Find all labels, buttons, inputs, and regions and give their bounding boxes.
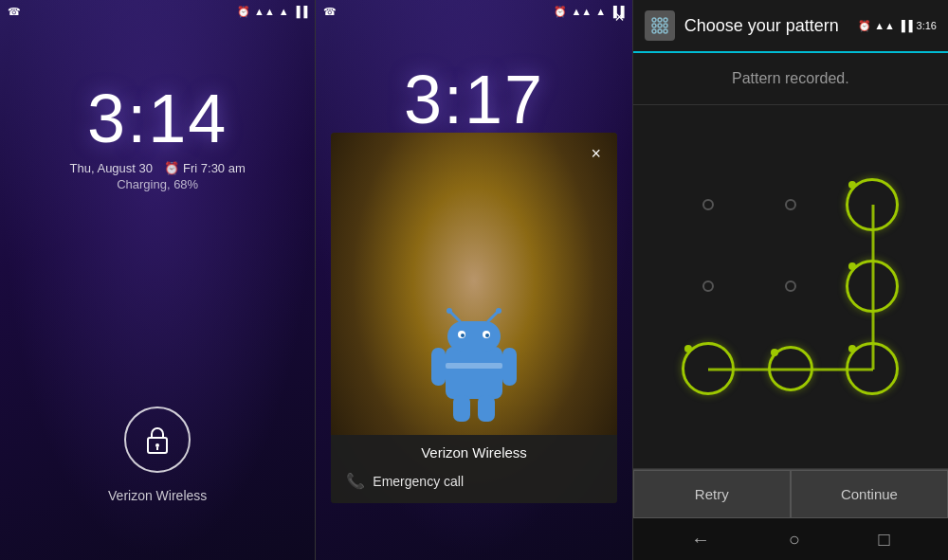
dot-1-1[interactable] [749,245,831,328]
alarm-info-1: ⏰ Fri 7:30 am [164,161,246,175]
pattern-title: Choose your pattern [684,16,848,36]
status-icons-3: ⏰ ▲▲ ▐▐ [858,20,912,32]
dot-active-2-2 [846,342,899,395]
panel-pattern: Choose your pattern ⏰ ▲▲ ▐▐ 3:16 Pattern… [633,0,948,560]
notification-area: Verizon Wireless 📞 Emergency call [331,435,616,503]
time-3: 3:16 [917,20,937,31]
wifi-icon-2: ▲ [595,6,606,17]
dot-inner-0-1 [785,199,796,210]
svg-point-25 [658,29,662,33]
svg-rect-15 [453,395,470,422]
home-button[interactable]: ○ [789,529,800,551]
lock-circle[interactable] [124,406,191,473]
retry-button[interactable]: Retry [633,470,791,518]
svg-point-20 [664,18,667,22]
photo-overlay: × Verizon Wireless 📞 Emergency call [331,133,616,503]
pattern-status-text: Pattern recorded. [633,53,948,104]
carrier-label-2: Verizon Wireless [346,444,601,461]
dot-2-0[interactable] [667,328,750,410]
time-display-1: 3:14 Thu, August 30 ⏰ Fri 7:30 am Chargi… [70,80,246,191]
date-row-1: Thu, August 30 ⏰ Fri 7:30 am [70,161,246,175]
pattern-lock-icon [650,16,669,35]
dot-active-0-2 [846,178,899,231]
svg-point-22 [658,24,662,27]
dot-1-2[interactable] [831,245,914,328]
pattern-header: Choose your pattern ⏰ ▲▲ ▐▐ 3:16 [633,0,948,53]
svg-point-8 [485,334,489,337]
dot-0-1[interactable] [749,164,831,246]
date-text-1: Thu, August 30 [70,161,153,175]
pattern-button-row: Retry Continue [633,469,948,518]
carrier-label-1: Verizon Wireless [108,488,207,503]
wifi-icon-1: ▲ [279,6,289,17]
alarm-time-1: Fri 7:30 am [183,161,246,175]
svg-rect-4 [447,321,501,352]
close-x-button[interactable]: × [614,8,625,27]
signal-icon-1: ▲▲ [254,6,275,17]
svg-rect-14 [502,348,517,386]
status-bar-3: ⏰ ▲▲ ▐▐ 3:16 [858,20,937,32]
svg-point-23 [664,24,667,27]
continue-button[interactable]: Continue [791,470,948,518]
alarm-icon-1: ⏰ [237,6,250,18]
clock-time-1: 3:14 [70,80,246,157]
dot-0-2[interactable] [831,164,914,246]
dot-inner-0-0 [702,199,714,210]
panel-lockscreen-1: ☎ ⏰ ▲▲ ▲ ▐▐ 3:14 Thu, August 30 ⏰ Fri 7:… [0,0,315,560]
header-pattern-icon [645,10,675,41]
dot-0-0[interactable] [667,164,750,246]
svg-point-24 [652,29,656,33]
battery-icon-1: ▐▐ [293,6,308,17]
svg-line-9 [450,312,460,321]
carrier-icon-2: ☎ [323,6,337,18]
phone-icon: 📞 [346,472,365,490]
dot-inner-1-0 [702,280,714,292]
svg-point-12 [496,308,501,314]
android-robot-image [427,304,521,427]
dot-inner-1-1 [785,280,796,292]
svg-point-10 [447,308,452,314]
lock-icon [142,423,173,457]
nav-bar: ← ○ □ [633,518,948,560]
signal-icon-2: ▲▲ [571,6,592,17]
recent-button[interactable]: □ [879,529,890,551]
dot-center-2-0 [684,345,692,352]
svg-point-26 [664,29,667,33]
emergency-row[interactable]: 📞 Emergency call [346,468,601,494]
lock-icon-area[interactable]: Verizon Wireless [108,406,207,503]
svg-rect-13 [431,348,446,386]
svg-point-19 [658,18,662,22]
dot-active-2-1 [768,346,813,391]
svg-line-11 [488,312,498,321]
svg-rect-17 [446,363,502,369]
dot-center-2-1 [771,349,778,356]
alarm-icon-2: ⏰ [554,6,567,18]
status-bar-1: ☎ ⏰ ▲▲ ▲ ▐▐ [0,0,315,23]
svg-point-7 [461,334,465,337]
alarm-icon-text-1: ⏰ [164,161,179,175]
dot-1-0[interactable] [667,245,750,328]
pattern-grid[interactable] [667,164,914,410]
clock-time-2: 3:17 [386,61,561,138]
svg-point-1 [155,443,159,447]
dot-active-1-2 [846,260,899,313]
svg-point-18 [652,18,656,22]
dot-2-1[interactable] [749,328,831,410]
dot-center-1-2 [848,262,856,270]
dot-2-2[interactable] [831,328,914,410]
status-bar-2: ☎ ⏰ ▲▲ ▲ ▐▐ [316,0,631,23]
pattern-grid-area[interactable] [633,105,948,468]
svg-point-21 [652,24,656,27]
panel-lockscreen-2: ☎ ⏰ ▲▲ ▲ ▐▐ 3:17 Thu, August 30 ⏰ Fri 7:… [316,0,631,560]
status-icons-1: ⏰ ▲▲ ▲ ▐▐ [237,6,307,18]
svg-rect-3 [446,347,502,399]
charging-text-1: Charging, 68% [70,177,246,191]
carrier-icon-1: ☎ [8,6,21,18]
close-button[interactable]: × [583,140,610,167]
dot-active-2-0 [682,342,735,395]
svg-rect-16 [478,395,495,422]
back-button[interactable]: ← [691,529,710,551]
dot-center-0-2 [848,181,856,189]
dot-center-2-2 [848,345,856,352]
emergency-text: Emergency call [373,474,464,489]
